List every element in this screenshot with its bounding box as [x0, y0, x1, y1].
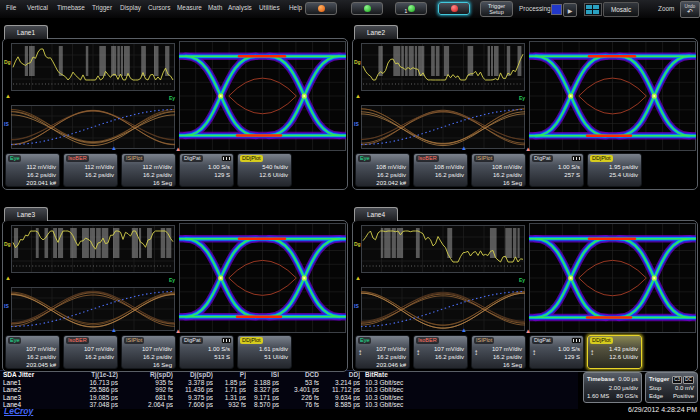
- jitter-cell: 10.3 Gbit/sec: [360, 394, 578, 402]
- isiplot-descriptor[interactable]: ISIPlot 108 mV/div 16.2 ps/div 16 Seg: [471, 153, 526, 187]
- trigger-panel[interactable]: Trigger C3DC Stop 0.0 mV Edge Positive: [645, 372, 698, 403]
- digpat-plot[interactable]: [361, 43, 525, 91]
- eye-position-marker-icon[interactable]: [175, 328, 181, 334]
- jitter-cell: 932 fs: [213, 401, 246, 409]
- descriptor-label: ISIPlot: [124, 155, 144, 162]
- zoom-label[interactable]: Zoom: [658, 5, 674, 12]
- timebase-sample-rate: 80 GS/s: [616, 392, 638, 401]
- descriptor-line: 107 mV/div: [376, 345, 406, 353]
- updown-arrow-icon[interactable]: [416, 348, 420, 357]
- tab-lane4[interactable]: Lane4: [354, 207, 398, 221]
- descriptor-label: Eye: [8, 337, 21, 344]
- menu-timebase[interactable]: Timebase: [57, 4, 85, 11]
- descriptor-line: 129 S: [214, 171, 230, 179]
- jitter-cell: Lane3: [0, 394, 54, 402]
- tab-lane1[interactable]: Lane1: [4, 25, 48, 39]
- eye-position-marker-icon[interactable]: [525, 328, 531, 334]
- trigger-slope: Positive: [673, 392, 694, 401]
- digpat-plot[interactable]: [11, 43, 175, 91]
- descriptor-label: DigPat: [532, 155, 553, 162]
- lane4-panel: Dg IS Ey Eye 107 mV/div 16.2 ps/div 203.…: [352, 220, 698, 372]
- scope-button-4[interactable]: [438, 2, 470, 15]
- isi-plot[interactable]: [361, 287, 525, 331]
- digpat-plot[interactable]: [11, 225, 175, 273]
- updown-arrow-icon[interactable]: [590, 348, 594, 357]
- isober-descriptor[interactable]: IsoBER 107 mV/div 16.2 ps/div: [63, 335, 118, 369]
- trigger-level-marker-icon[interactable]: [5, 93, 11, 99]
- isiplot-descriptor[interactable]: ISIPlot 112 mV/div 16.2 ps/div 16 Seg: [121, 153, 176, 187]
- descriptor-label: DDjPlot: [590, 155, 613, 162]
- scope-button-3[interactable]: [395, 2, 427, 15]
- trigger-level-marker-icon[interactable]: [355, 93, 361, 99]
- isi-plot[interactable]: [11, 105, 175, 149]
- menu-analysis[interactable]: Analysis: [228, 4, 252, 11]
- tab-lane2[interactable]: Lane2: [354, 25, 398, 39]
- descriptor-label: Eye: [358, 337, 371, 344]
- isober-descriptor[interactable]: IsoBER 108 mV/div 16.2 ps/div: [413, 153, 468, 187]
- descriptor-line: 12.6 UI/div: [609, 353, 638, 361]
- digpat-plot[interactable]: [361, 225, 525, 273]
- descriptor-label: IsoBER: [416, 337, 439, 344]
- digpat-descriptor[interactable]: DigPat 1.00 S/s 129 S: [179, 153, 234, 187]
- descriptor-line: 1.00 S/s: [558, 163, 580, 171]
- menu-vertical[interactable]: Vertical: [27, 4, 48, 11]
- time-position-marker-icon[interactable]: [111, 145, 117, 151]
- isi-plot[interactable]: [361, 105, 525, 149]
- trigger-setup-button[interactable]: Trigger Setup: [480, 1, 513, 17]
- descriptor-line: 16.2 ps/div: [27, 353, 56, 361]
- processing-status-icon[interactable]: [551, 4, 562, 15]
- scope-button-2[interactable]: [351, 2, 383, 15]
- eye-position-marker-icon[interactable]: [525, 146, 531, 152]
- menu-cursors[interactable]: Cursors: [148, 4, 170, 11]
- eye-position-marker-icon[interactable]: [175, 146, 181, 152]
- timebase-offset: 0.00 µs: [618, 375, 638, 384]
- ddjplot-descriptor-selected[interactable]: DDjPlot 1.43 ps/div 12.6 UI/div: [587, 335, 642, 369]
- isiplot-descriptor[interactable]: ISIPlot 107 mV/div 16.2 ps/div 16 Seg: [121, 335, 176, 369]
- processing-play-button[interactable]: [563, 3, 577, 17]
- jitter-table-header: SDA Jitter Tj(1e-12) Rj(spD) Dj(spD) Pj …: [0, 371, 578, 379]
- eye-diagram-plot[interactable]: [529, 41, 696, 151]
- digpat-descriptor[interactable]: DigPat 1.00 S/s 129 S: [529, 335, 584, 369]
- updown-arrow-icon[interactable]: [474, 348, 478, 357]
- menu-trigger[interactable]: Trigger: [92, 4, 112, 11]
- eye-descriptor[interactable]: Eye 107 mV/div 16.2 ps/div 203.046 k#: [355, 335, 410, 369]
- trigger-level-marker-icon[interactable]: [5, 275, 11, 281]
- eye-descriptor[interactable]: Eye 107 mV/div 16.2 ps/div 203.045 k#: [5, 335, 60, 369]
- menu-display[interactable]: Display: [120, 4, 141, 11]
- processing-label: Processing:: [519, 5, 552, 12]
- eye-descriptor[interactable]: Eye 108 mV/div 16.2 ps/div 203.042 k#: [355, 153, 410, 187]
- tab-lane3[interactable]: Lane3: [4, 207, 48, 221]
- eye-trace-label: Ey: [169, 277, 175, 283]
- trigger-level-marker-icon[interactable]: [355, 275, 361, 281]
- mosaic-button[interactable]: Mosaic: [603, 2, 639, 17]
- eye-diagram-plot[interactable]: [179, 223, 346, 333]
- menu-utilities[interactable]: Utilities: [259, 4, 280, 11]
- eye-descriptor[interactable]: Eye 112 mV/div 16.2 ps/div 203.041 k#: [5, 153, 60, 187]
- digpat-descriptor[interactable]: DigPat 1.00 S/s 513 S: [179, 335, 234, 369]
- isober-descriptor[interactable]: IsoBER 112 mV/div 16.2 ps/div: [63, 153, 118, 187]
- ddjplot-descriptor[interactable]: DDjPlot 540 fs/div 12.6 UI/div: [237, 153, 292, 187]
- ddjplot-descriptor[interactable]: DDjPlot 1.95 ps/div 25.4 UI/div: [587, 153, 642, 187]
- undo-button[interactable]: Undo: [680, 1, 700, 18]
- isiplot-descriptor[interactable]: ISIPlot 107 mV/div 16.2 ps/div 16 Seg: [471, 335, 526, 369]
- isi-plot[interactable]: [11, 287, 175, 331]
- isober-descriptor[interactable]: IsoBER 107 mV/div 16.2 ps/div: [413, 335, 468, 369]
- eye-diagram-plot[interactable]: [179, 41, 346, 151]
- digpat-descriptor[interactable]: DigPat 1.00 S/s 257 S: [529, 153, 584, 187]
- ddjplot-descriptor[interactable]: DDjPlot 1.61 ps/div 51 UI/div: [237, 335, 292, 369]
- mosaic-grid-icon[interactable]: [584, 3, 602, 16]
- time-position-marker-icon[interactable]: [111, 327, 117, 333]
- eye-diagram-plot[interactable]: [529, 223, 696, 333]
- descriptor-label: DigPat: [532, 337, 553, 344]
- time-position-marker-icon[interactable]: [461, 145, 467, 151]
- updown-arrow-icon[interactable]: [532, 348, 536, 357]
- updown-arrow-icon[interactable]: [358, 348, 362, 357]
- menu-help[interactable]: Help: [289, 4, 302, 11]
- menu-measure[interactable]: Measure: [177, 4, 202, 11]
- jitter-cell: 2.064 ps: [118, 401, 173, 409]
- menu-math[interactable]: Math: [208, 4, 222, 11]
- timebase-panel[interactable]: Timebase 0.00 µs 2.00 µs/div 1.60 MS 80 …: [583, 372, 642, 403]
- time-position-marker-icon[interactable]: [461, 327, 467, 333]
- menu-file[interactable]: File: [6, 4, 16, 11]
- scope-button-1[interactable]: [305, 2, 337, 15]
